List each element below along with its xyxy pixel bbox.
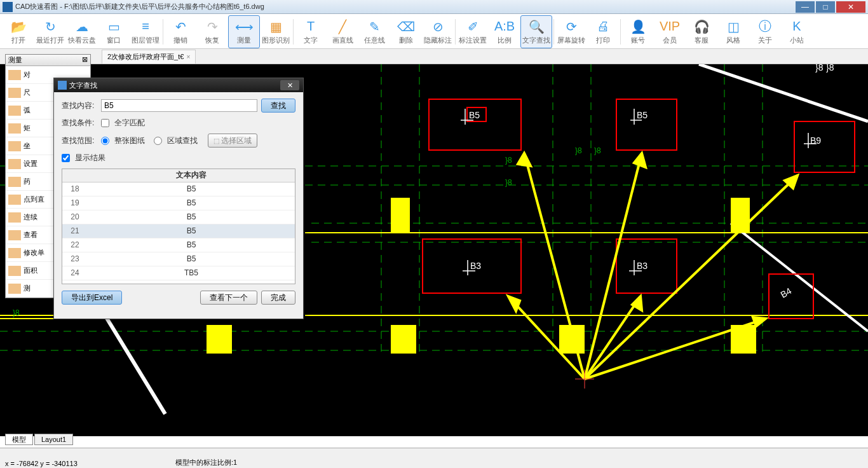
document-tab[interactable]: 2次修改后坪政府平面_t€ × <box>102 50 196 64</box>
svg-line-40 <box>585 296 641 379</box>
panel-close-icon[interactable]: ⊠ <box>82 55 88 65</box>
measure-panel-title: 测量 ⊠ <box>6 55 90 66</box>
toolbar-屏幕旋转[interactable]: ⟳屏幕旋转 <box>555 15 587 48</box>
statusbar: x = -76842 y = -340113 模型中的标注比例:1 <box>0 448 868 468</box>
svg-marker-39 <box>508 296 520 311</box>
toolbar-隐藏标注[interactable]: ⊘隐藏标注 <box>422 15 454 48</box>
toolbar-账号[interactable]: 👤账号 <box>622 15 654 48</box>
layout1-tab[interactable]: Layout1 <box>34 434 73 445</box>
toolbar-图形识别[interactable]: ▦图形识别 <box>260 15 292 48</box>
toolbar-最近打开[interactable]: ↻最近打开 <box>34 15 66 48</box>
toolbar-删除[interactable]: ⌫删除 <box>390 15 422 48</box>
app-icon <box>3 2 13 12</box>
toolbar-文字[interactable]: T文字 <box>295 15 327 48</box>
toolbar-任意线[interactable]: ✎任意线 <box>358 15 390 48</box>
svg-marker-35 <box>634 153 646 167</box>
full-match-label: 全字匹配 <box>114 118 145 128</box>
result-row[interactable]: 19B5 <box>62 196 295 210</box>
toolbar-比例[interactable]: A:B比例 <box>489 15 520 48</box>
layout-tabs: 模型 Layout1 <box>5 434 73 445</box>
svg-text:B3: B3 <box>470 261 481 271</box>
window-close[interactable]: ✕ <box>836 1 865 13</box>
svg-rect-22 <box>391 325 416 354</box>
toolbar-客服[interactable]: 🎧客服 <box>686 15 717 48</box>
toolbar-风格[interactable]: ◫风格 <box>717 15 749 48</box>
result-row[interactable]: 22B5 <box>62 238 295 252</box>
svg-marker-33 <box>518 153 531 166</box>
coordinates-display: x = -76842 y = -340113 <box>5 460 78 467</box>
close-icon[interactable]: × <box>186 53 190 60</box>
toolbar-图层管理[interactable]: ≡图层管理 <box>130 15 161 48</box>
view-next-button[interactable]: 查看下一个 <box>200 291 257 305</box>
results-table[interactable]: 文本内容 18B519B520B521B522B523B524TB5 <box>62 169 295 284</box>
svg-rect-21 <box>207 325 232 354</box>
search-content-label: 查找内容: <box>62 100 97 111</box>
document-tab-label: 2次修改后坪政府平面_t€ <box>107 52 184 62</box>
toolbar-测量[interactable]: ⟷测量 <box>228 15 260 48</box>
whole-drawing-radio[interactable] <box>101 137 109 145</box>
result-row[interactable]: 18B5 <box>62 182 295 196</box>
toolbar-打开[interactable]: 📂打开 <box>3 15 34 48</box>
svg-text:}8: }8 <box>505 178 512 187</box>
result-row[interactable]: 20B5 <box>62 210 295 224</box>
toolbar-撤销[interactable]: ↶撤销 <box>165 15 196 48</box>
svg-rect-19 <box>391 198 410 233</box>
result-row[interactable]: 24TB5 <box>62 266 295 280</box>
svg-text:B3: B3 <box>637 261 648 271</box>
toolbar-小站[interactable]: K小站 <box>781 15 813 48</box>
svg-rect-30 <box>769 274 813 319</box>
window-maximize[interactable]: □ <box>816 1 835 13</box>
scope-label: 查找范围: <box>62 135 97 146</box>
condition-label: 查找条件: <box>62 118 97 128</box>
svg-text:B5: B5 <box>469 110 480 120</box>
dialog-close-button[interactable]: ✕ <box>280 80 299 90</box>
window-title: CAD快速看图 - F:\图纸\后坪\新建文件夹\后平\后坪公共服务中心结构图t… <box>15 2 796 11</box>
toolbar-会员[interactable]: VIP会员 <box>654 15 686 48</box>
toolbar-关于[interactable]: ⓘ关于 <box>749 15 781 48</box>
svg-marker-43 <box>753 317 766 326</box>
toolbar-快看云盘[interactable]: ☁快看云盘 <box>66 15 98 48</box>
text-find-dialog[interactable]: 文字查找 ✕ 查找内容: 查找 查找条件: 全字匹配 查找范围: 整张图纸 区域… <box>53 78 304 319</box>
select-region-button[interactable]: ⬚ 选择区域 <box>208 134 257 148</box>
toolbar-画直线[interactable]: ╱画直线 <box>327 15 358 48</box>
export-excel-button[interactable]: 导出到Excel <box>62 291 122 305</box>
toolbar-恢复[interactable]: ↷恢复 <box>196 15 228 48</box>
full-match-checkbox[interactable] <box>101 119 109 127</box>
svg-line-34 <box>585 153 642 379</box>
toolbar-打印[interactable]: 🖨打印 <box>587 15 619 48</box>
toolbar-文字查找[interactable]: 🔍文字查找 <box>520 15 552 48</box>
svg-text:}8: }8 <box>505 156 512 165</box>
search-button[interactable]: 查找 <box>261 99 295 113</box>
main-toolbar: 📂打开↻最近打开☁快看云盘▭窗口≡图层管理↶撤销↷恢复⟷测量▦图形识别T文字╱画… <box>0 14 868 49</box>
document-tabs-bar: 2次修改后坪政府平面_t€ × <box>0 49 868 64</box>
search-input[interactable] <box>101 99 257 112</box>
dialog-icon <box>58 81 67 90</box>
svg-text:}8: }8 <box>575 146 582 155</box>
svg-rect-20 <box>731 198 750 233</box>
dialog-titlebar[interactable]: 文字查找 ✕ <box>54 78 303 92</box>
svg-text:B4: B4 <box>779 286 794 300</box>
scale-display: 模型中的标注比例:1 <box>175 458 237 467</box>
done-button[interactable]: 完成 <box>261 291 295 305</box>
show-results-checkbox[interactable] <box>62 154 70 162</box>
svg-text:}8: }8 <box>594 146 601 155</box>
svg-rect-26 <box>616 99 677 150</box>
svg-text:}8: }8 <box>13 308 20 317</box>
model-tab[interactable]: 模型 <box>5 434 33 445</box>
svg-text:B5: B5 <box>637 110 648 120</box>
svg-text:}8: }8 <box>815 64 824 72</box>
dialog-title: 文字查找 <box>69 81 280 90</box>
svg-text:}8: }8 <box>826 64 834 72</box>
result-row[interactable]: 23B5 <box>62 252 295 266</box>
result-row[interactable]: 21B5 <box>62 224 295 238</box>
svg-rect-27 <box>794 121 855 172</box>
toolbar-窗口[interactable]: ▭窗口 <box>98 15 130 48</box>
region-radio[interactable] <box>154 137 162 145</box>
toolbar-标注设置[interactable]: ✐标注设置 <box>457 15 489 48</box>
titlebar: CAD快速看图 - F:\图纸\后坪\新建文件夹\后平\后坪公共服务中心结构图t… <box>0 0 868 14</box>
window-minimize[interactable]: — <box>796 1 815 13</box>
